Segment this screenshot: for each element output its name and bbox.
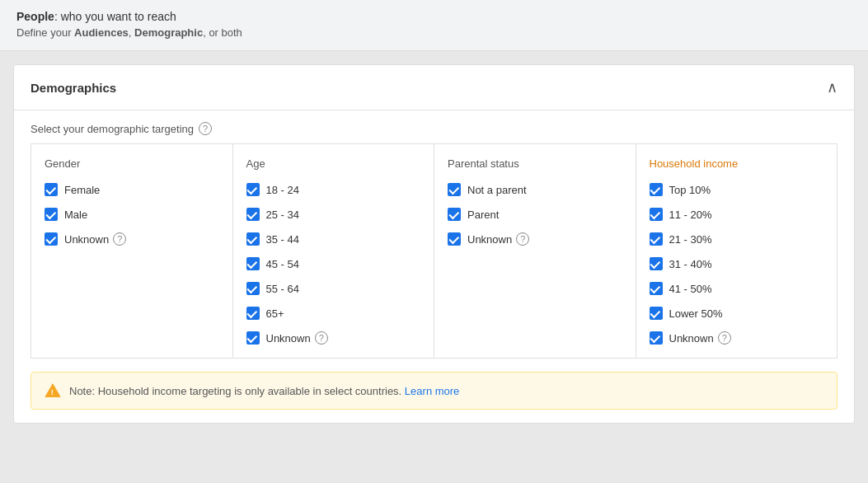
checkbox-3-6[interactable] [650,331,663,345]
item-label-0-1: Male [64,209,87,221]
demographics-card: Demographics ∧ Select your demographic t… [13,64,855,424]
demographic-bold: Demographic [134,26,203,39]
list-item: Unknown? [448,232,622,246]
col-header-3: Household income [650,157,824,170]
item-label-3-2: 21 - 30% [669,233,712,246]
checkbox-1-6[interactable] [246,331,260,345]
top-bar: People: who you want to reach Define you… [0,0,868,51]
checkbox-0-2[interactable] [45,232,58,246]
list-item: 11 - 20% [650,208,824,221]
list-item: 35 - 44 [246,232,421,246]
col-header-0: Gender [45,157,219,170]
item-label-0-2: Unknown? [64,232,126,246]
item-label-1-5: 65+ [266,307,284,320]
targeting-label-text: Select your demographic targeting [30,123,194,135]
warning-icon: ! [45,382,61,399]
item-label-1-6: Unknown? [266,331,328,345]
audiences-bold: Audiences [74,26,129,39]
item-label-3-3: 31 - 40% [669,258,712,270]
demographics-grid: GenderFemaleMaleUnknown?Age18 - 2425 - 3… [30,143,838,359]
note-static-text: Note: Household income targeting is only… [69,385,401,397]
item-label-1-2: 35 - 44 [266,233,299,246]
item-label-1-0: 18 - 24 [266,184,299,196]
list-item: 41 - 50% [650,282,824,295]
col-2: Parental statusNot a parentParentUnknown… [434,144,636,359]
item-label-2-0: Not a parent [467,184,527,196]
people-rest: : who you want to reach [54,10,176,23]
item-label-3-4: 41 - 50% [669,283,712,295]
list-item: Unknown? [45,232,219,246]
checkbox-2-2[interactable] [448,232,461,246]
list-item: 25 - 34 [246,208,421,221]
checkbox-0-1[interactable] [45,208,58,221]
checkbox-3-3[interactable] [650,257,663,270]
item-label-1-3: 45 - 54 [266,258,299,270]
learn-more-link[interactable]: Learn more [405,385,459,397]
checkbox-2-0[interactable] [448,183,461,196]
card-title: Demographics [30,81,116,95]
people-bold: People [16,10,54,23]
list-item: Top 10% [650,183,824,196]
list-item: 65+ [246,307,421,320]
list-item: Unknown? [650,331,824,345]
checkbox-2-1[interactable] [448,208,461,221]
checkbox-1-4[interactable] [246,282,260,295]
checkbox-3-0[interactable] [650,183,663,196]
col-3: Household incomeTop 10%11 - 20%21 - 30%3… [636,144,838,359]
item-label-3-6: Unknown? [669,331,731,345]
list-item: Male [45,208,219,221]
checkbox-3-2[interactable] [650,232,663,246]
list-item: Not a parent [448,183,622,196]
note-text: Note: Household income targeting is only… [69,385,459,397]
list-item: 21 - 30% [650,232,824,246]
people-line: People: who you want to reach [16,10,852,23]
item-label-0-0: Female [64,184,100,196]
checkbox-0-0[interactable] [45,183,58,196]
checkbox-1-5[interactable] [246,307,260,320]
list-item: 18 - 24 [246,183,421,196]
checkbox-1-0[interactable] [246,183,260,196]
col-header-2: Parental status [448,157,622,170]
item-help-icon-0-2[interactable]: ? [113,232,126,246]
col-header-1: Age [246,157,421,170]
item-label-1-1: 25 - 34 [266,209,299,221]
col-1: Age18 - 2425 - 3435 - 4445 - 5455 - 6465… [233,144,435,359]
item-label-2-1: Parent [467,209,499,221]
checkbox-3-1[interactable] [650,208,663,221]
checkbox-3-5[interactable] [650,307,663,320]
collapse-icon[interactable]: ∧ [827,78,838,96]
item-label-3-5: Lower 50% [669,307,723,320]
item-help-icon-3-6[interactable]: ? [718,331,731,345]
svg-text:!: ! [51,388,54,396]
item-help-icon-2-2[interactable]: ? [516,232,529,246]
checkbox-1-2[interactable] [246,232,260,246]
list-item: Female [45,183,219,196]
checkbox-1-1[interactable] [246,208,260,221]
card-header: Demographics ∧ [14,65,854,110]
list-item: 45 - 54 [246,257,421,270]
list-item: Unknown? [246,331,421,345]
note-bar: ! Note: Household income targeting is on… [30,372,838,410]
item-label-3-0: Top 10% [669,184,711,196]
list-item: Lower 50% [650,307,824,320]
col-0: GenderFemaleMaleUnknown? [31,144,233,359]
targeting-help-icon[interactable]: ? [199,122,212,135]
list-item: 31 - 40% [650,257,824,270]
item-help-icon-1-6[interactable]: ? [315,331,328,345]
sub-line: Define your Audiences, Demographic, or b… [16,26,852,39]
list-item: 55 - 64 [246,282,421,295]
item-label-1-4: 55 - 64 [266,283,299,295]
list-item: Parent [448,208,622,221]
item-label-2-2: Unknown? [467,232,529,246]
checkbox-3-4[interactable] [650,282,663,295]
targeting-label-row: Select your demographic targeting ? [14,110,854,143]
checkbox-1-3[interactable] [246,257,260,270]
item-label-3-1: 11 - 20% [669,209,712,221]
